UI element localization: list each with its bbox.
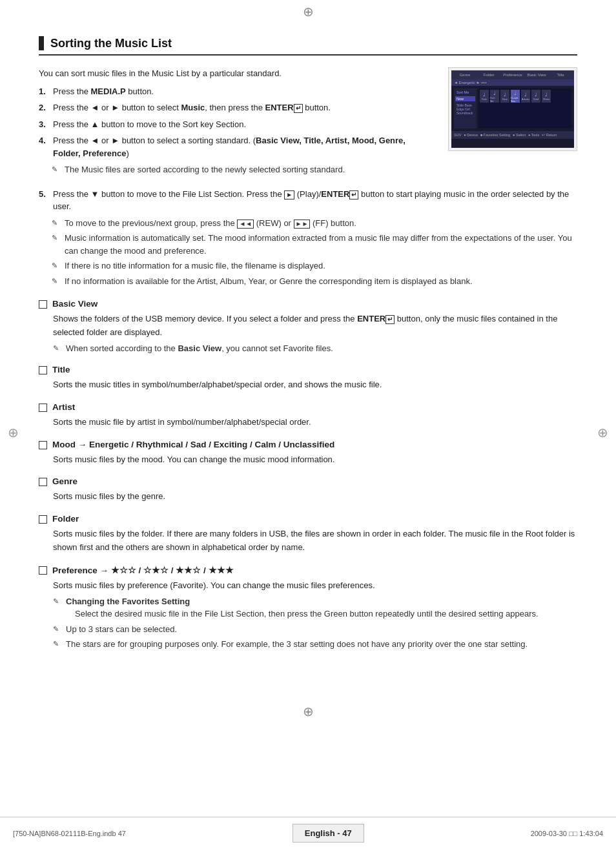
step-5-note-3-text: If there is no title information for a m… <box>65 260 325 272</box>
subsection-title-header: Title <box>39 365 577 374</box>
step-5-num: 5. <box>39 188 53 213</box>
bottom-crosshair-row: ⊕ <box>0 700 616 722</box>
step-3-num: 3. <box>39 118 53 131</box>
step-2: 2. Press the ◄ or ► button to select Mus… <box>39 101 435 114</box>
section-header-bar <box>39 36 44 50</box>
subsection-genre-header: Genre <box>39 476 577 486</box>
subsection-artist-body: Sorts the music file by artist in symbol… <box>53 416 577 429</box>
preference-note-2: ✎ Up to 3 stars can be selected. <box>53 623 577 636</box>
step-1-num: 1. <box>39 85 53 98</box>
subsection-mood-header: Mood → Energetic / Rhythmical / Sad / Ex… <box>39 440 577 449</box>
top-crosshair-icon: ⊕ <box>303 5 314 19</box>
subsection-preference-text: Sorts music files by preference (Favorit… <box>53 579 577 593</box>
subsection-basic-view-body: Shows the folders of the USB memory devi… <box>53 312 577 354</box>
tv-sidebar: Sort Me Now Slide BaseEdge GirlSoundtrac… <box>454 88 477 128</box>
subsection-genre-title: Genre <box>52 476 77 486</box>
tv-top-bar: Genre Folder Preference Basic View Title <box>451 70 574 79</box>
step-3: 3. Press the ▲ button to move to the Sor… <box>39 118 435 131</box>
subsection-folder-title: Folder <box>52 514 79 524</box>
checkbox-title <box>39 366 47 374</box>
preference-note-3: ✎ The stars are for grouping purposes on… <box>53 638 577 651</box>
tv-screenshot: Genre Folder Preference Basic View Title… <box>448 67 577 151</box>
checkbox-preference <box>39 566 47 575</box>
tv-music-4: ♩I Love You <box>511 90 520 103</box>
preference-note-1-icon: ✎ <box>53 596 66 620</box>
checkbox-folder <box>39 515 47 524</box>
step-1: 1. Press the MEDIA.P button. <box>39 85 435 98</box>
ff-icon: ►► <box>294 220 311 229</box>
subsection-artist: Artist Sorts the music file by artist in… <box>39 402 577 429</box>
tv-screen-content: Genre Folder Preference Basic View Title… <box>451 70 574 148</box>
step-5-note-1-icon: ✎ <box>52 218 65 230</box>
subsection-folder-text: Sorts music files by the folder. If ther… <box>53 527 577 555</box>
tv-bottom-select: ● Select <box>513 133 526 137</box>
step-4-note: ✎ The Music files are sorted according t… <box>52 163 435 176</box>
tv-tab-title: Title <box>549 73 571 77</box>
step-5-note-2-icon: ✎ <box>52 232 65 257</box>
tv-tab-basic: Basic View <box>526 73 548 77</box>
step-5-note-3-icon: ✎ <box>52 260 65 272</box>
tv-bottom-suv: SUV <box>454 133 461 137</box>
preference-note-2-text: Up to 3 stars can be selected. <box>66 623 177 636</box>
footer-right: 2009-03-30 □□ 1:43:04 <box>531 830 603 837</box>
subsection-mood-body: Sorts music files by the mood. You can c… <box>53 453 577 467</box>
tv-music-1: ♩Solo <box>480 90 489 103</box>
tv-music-3: ♩New <box>500 90 509 103</box>
step-5-note-1-text: To move to the previous/next group, pres… <box>65 217 356 230</box>
step-5-note-4: ✎ If no information is available for the… <box>52 275 577 288</box>
step-5: 5. Press the ▼ button to move to the Fil… <box>39 188 577 213</box>
tv-bottom-return: ↩ Return <box>542 133 557 137</box>
play-icon: ► <box>284 190 294 199</box>
tv-music-7: ♩Shine <box>542 90 551 103</box>
subsection-artist-header: Artist <box>39 402 577 412</box>
subsection-folder: Folder Sorts music files by the folder. … <box>39 514 577 555</box>
step-2-content: Press the ◄ or ► button to select Music,… <box>53 101 435 114</box>
step-5-note-4-icon: ✎ <box>52 276 65 288</box>
tv-sidebar-now: Now <box>455 96 475 101</box>
step-5-note-2-text: Music information is automatically set. … <box>65 232 577 257</box>
main-content: Sorting the Music List You can sort musi… <box>0 23 616 700</box>
right-crosshair-icon: ⊕ <box>597 425 608 440</box>
checkbox-genre <box>39 478 47 486</box>
footer-left: [750-NA]BN68-02111B-Eng.indb 47 <box>13 830 126 837</box>
checkbox-artist <box>39 404 47 412</box>
tv-bottom-tools: ♦ Tools <box>528 133 539 137</box>
tv-bottom-fav: ■ Favorites Setting <box>480 133 510 137</box>
page-number-box: English - 47 <box>293 824 364 843</box>
tv-bottom-bar: SUV ● Device ■ Favorites Setting ● Selec… <box>451 131 574 139</box>
page-wrapper: ⊕ ⊕ ⊕ Sorting the Music List You can sor… <box>0 0 616 849</box>
tv-sidebar-sort: Sort Me <box>455 90 475 95</box>
tv-sidebar-album: Slide BaseEdge GirlSoundtrack <box>455 103 475 116</box>
tv-second-bar: ◄ Energetic ► •••• <box>451 79 574 86</box>
step-4: 4. Press the ◄ or ► button to select a s… <box>39 134 435 159</box>
page-number-label: English - 47 <box>305 828 352 838</box>
tv-tab-folder: Folder <box>478 73 500 77</box>
section-title: Sorting the Music List <box>50 37 172 50</box>
subsection-basic-view-note: ✎ When sorted according to the Basic Vie… <box>53 342 577 355</box>
intro-area: You can sort music files in the Music Li… <box>39 67 577 179</box>
subsection-basic-view-text: Shows the folders of the USB memory devi… <box>53 312 577 340</box>
intro-paragraph: You can sort music files in the Music Li… <box>39 67 435 80</box>
step-5-note-1: ✎ To move to the previous/next group, pr… <box>52 217 577 230</box>
step-5-note-2: ✎ Music information is automatically set… <box>52 232 577 257</box>
subsection-folder-body: Sorts music files by the folder. If ther… <box>53 527 577 555</box>
step-5-note-4-text: If no information is available for the A… <box>65 275 473 288</box>
subsection-genre-body: Sorts music files by the genre. <box>53 490 577 504</box>
tv-music-6: ♩Gold <box>531 90 540 103</box>
checkbox-basic-view <box>39 300 47 309</box>
preference-note-1: ✎ Changing the Favorites SettingSelect t… <box>53 595 577 620</box>
left-crosshair-icon: ⊕ <box>8 425 19 440</box>
section-header: Sorting the Music List <box>39 36 577 56</box>
spacer-1 <box>39 290 577 299</box>
subsection-mood-text: Sorts music files by the mood. You can c… <box>53 453 577 467</box>
rew-icon: ◄◄ <box>237 220 254 229</box>
subsection-basic-view: Basic View Shows the folders of the USB … <box>39 299 577 354</box>
step-2-num: 2. <box>39 101 53 114</box>
subsection-preference-title: Preference → ★☆☆ / ☆★☆ / ★★☆ / ★★★ <box>52 565 234 575</box>
subsection-genre-text: Sorts music files by the genre. <box>53 490 577 504</box>
subsection-title-text: Sorts the music titles in symbol/number/… <box>53 378 577 392</box>
subsection-genre: Genre Sorts music files by the genre. <box>39 476 577 504</box>
step-4-num: 4. <box>39 134 53 159</box>
page-footer: [750-NA]BN68-02111B-Eng.indb 47 English … <box>0 817 616 849</box>
step-3-content: Press the ▲ button to move to the Sort k… <box>53 118 435 131</box>
